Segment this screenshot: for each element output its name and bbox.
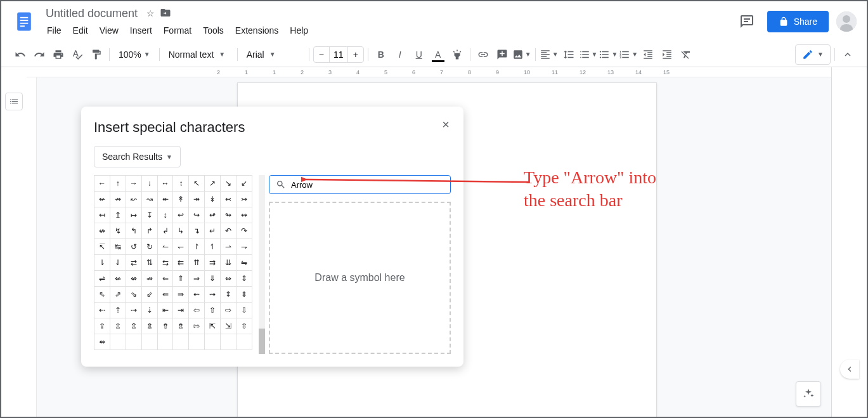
chevron-up-icon[interactable]	[839, 46, 857, 63]
char-cell[interactable]: ↠	[189, 192, 205, 207]
link-icon[interactable]	[474, 46, 492, 63]
add-comment-icon[interactable]	[493, 46, 511, 63]
char-cell[interactable]: ⇐	[158, 271, 174, 287]
char-cell[interactable]: ↤	[94, 207, 110, 223]
char-cell[interactable]: ⇚	[158, 287, 174, 303]
outline-toggle-icon[interactable]	[5, 93, 23, 110]
star-icon[interactable]: ☆	[146, 8, 155, 18]
char-cell[interactable]: ⇯	[173, 318, 189, 334]
char-cell[interactable]: ↭	[236, 207, 252, 223]
char-cell[interactable]: ↲	[158, 223, 174, 239]
char-cell[interactable]: ⇴	[94, 334, 110, 350]
char-cell[interactable]: ⇊	[221, 255, 236, 271]
paragraph-style-select[interactable]: Normal text▼	[164, 47, 233, 62]
char-cell[interactable]: ↛	[110, 192, 126, 207]
char-cell[interactable]: ⇍	[110, 271, 126, 287]
char-cell[interactable]: ↧	[142, 207, 158, 223]
char-cell[interactable]: ↯	[110, 223, 126, 239]
char-cell[interactable]	[142, 334, 158, 350]
text-color-icon[interactable]: A	[429, 46, 447, 63]
print-icon[interactable]	[49, 46, 67, 63]
move-icon[interactable]	[160, 7, 171, 20]
char-cell[interactable]: ⇀	[221, 239, 236, 255]
char-cell[interactable]: ⇳	[236, 318, 252, 334]
char-cell[interactable]: ⇫	[110, 318, 126, 334]
char-cell[interactable]: ⇢	[126, 303, 142, 318]
char-cell[interactable]: ⇆	[158, 255, 174, 271]
char-cell[interactable]: ↟	[173, 192, 189, 207]
char-cell[interactable]: ↷	[236, 223, 252, 239]
close-icon[interactable]: ×	[438, 117, 453, 132]
char-cell[interactable]: ↘	[221, 176, 236, 192]
char-cell[interactable]	[173, 334, 189, 350]
char-cell[interactable]: ⇙	[142, 287, 158, 303]
char-cell[interactable]: ⇨	[221, 303, 236, 318]
align-icon[interactable]: ▼	[540, 46, 559, 63]
char-cell[interactable]: ⇗	[110, 287, 126, 303]
char-cell[interactable]: ↣	[236, 192, 252, 207]
bulleted-list-icon[interactable]: ▼	[599, 46, 618, 63]
search-input[interactable]	[291, 180, 444, 190]
char-cell[interactable]: ↗	[205, 176, 221, 192]
zoom-select[interactable]: 100%▼	[113, 47, 155, 62]
char-cell[interactable]	[126, 334, 142, 350]
char-cell[interactable]: ⇅	[142, 255, 158, 271]
menu-view[interactable]: View	[94, 23, 124, 38]
menu-format[interactable]: Format	[159, 23, 197, 38]
char-cell[interactable]: ⇣	[142, 303, 158, 318]
char-cell[interactable]: ⇎	[126, 271, 142, 287]
char-cell[interactable]: ⇰	[189, 318, 205, 334]
spellcheck-icon[interactable]	[68, 46, 86, 63]
increase-indent-icon[interactable]	[658, 46, 676, 63]
char-cell[interactable]: ↦	[126, 207, 142, 223]
char-cell[interactable]: ↪	[189, 207, 205, 223]
redo-icon[interactable]	[30, 46, 48, 63]
char-cell[interactable]: ⇂	[94, 255, 110, 271]
char-cell[interactable]: ↢	[221, 192, 236, 207]
char-cell[interactable]: ⇔	[221, 271, 236, 287]
char-cell[interactable]: ↓	[142, 176, 158, 192]
char-cell[interactable]: ⇜	[189, 287, 205, 303]
char-cell[interactable]: ↨	[158, 207, 174, 223]
char-cell[interactable]	[158, 334, 174, 350]
char-cell[interactable]: ↿	[205, 239, 221, 255]
char-cell[interactable]: ⇋	[236, 255, 252, 271]
explore-button[interactable]	[796, 381, 821, 407]
char-cell[interactable]: ⇖	[94, 287, 110, 303]
char-cell[interactable]: ⇟	[236, 287, 252, 303]
underline-icon[interactable]: U	[410, 46, 428, 63]
char-cell[interactable]: ⇉	[205, 255, 221, 271]
char-cell[interactable]: ↹	[110, 239, 126, 255]
char-cell[interactable]: ⇠	[94, 303, 110, 318]
char-cell[interactable]: ⇤	[158, 303, 174, 318]
char-cell[interactable]: ⇲	[221, 318, 236, 334]
char-cell[interactable]: ⇪	[94, 318, 110, 334]
char-cell[interactable]: ↞	[158, 192, 174, 207]
font-select[interactable]: Arial▼	[242, 47, 305, 62]
grid-scrollbar[interactable]	[259, 175, 265, 354]
decrease-font-button[interactable]: −	[314, 47, 329, 62]
char-cell[interactable]: ⇞	[221, 287, 236, 303]
char-cell[interactable]: ↙	[236, 176, 252, 192]
char-cell[interactable]: ⇃	[110, 255, 126, 271]
avatar[interactable]	[836, 11, 857, 32]
char-cell[interactable]: ⇑	[173, 271, 189, 287]
char-cell[interactable]: ↜	[126, 192, 142, 207]
char-cell[interactable]: ↖	[189, 176, 205, 192]
ruler-vertical[interactable]	[27, 77, 37, 417]
editing-mode-button[interactable]: ▼	[795, 44, 831, 65]
draw-symbol-area[interactable]: Draw a symbol here	[269, 202, 451, 354]
char-cell[interactable]: ↼	[158, 239, 174, 255]
bold-icon[interactable]: B	[372, 46, 390, 63]
comment-history-icon[interactable]	[734, 9, 760, 34]
char-cell[interactable]: ↩	[173, 207, 189, 223]
char-cell[interactable]: ↴	[189, 223, 205, 239]
char-cell[interactable]: ⇘	[126, 287, 142, 303]
char-cell[interactable]: ↡	[205, 192, 221, 207]
char-cell[interactable]: ⇡	[110, 303, 126, 318]
char-cell[interactable]	[189, 334, 205, 350]
char-cell[interactable]: ↥	[110, 207, 126, 223]
numbered-list-icon[interactable]: ▼	[619, 46, 638, 63]
char-cell[interactable]: ⇁	[236, 239, 252, 255]
menu-help[interactable]: Help	[285, 23, 313, 38]
